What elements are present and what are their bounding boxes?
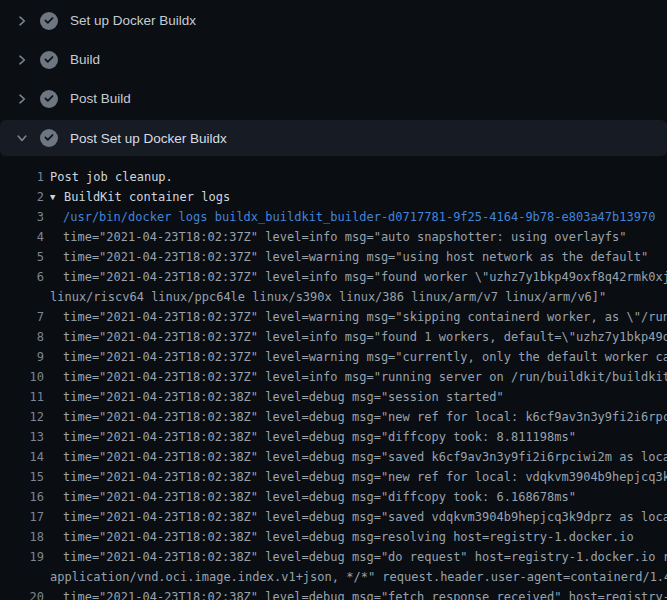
log-line-text: time="2021-04-23T18:02:37Z" level=warnin… (50, 247, 648, 267)
log-line-number[interactable]: 16 (0, 487, 44, 507)
log-line-text: ▼BuildKit container logs (50, 187, 230, 207)
log-line-number[interactable]: 20 (0, 587, 44, 600)
log-line-text: time="2021-04-23T18:02:38Z" level=debug … (50, 507, 667, 527)
log-line: 8 time="2021-04-23T18:02:37Z" level=info… (0, 327, 667, 347)
log-line: 10 time="2021-04-23T18:02:37Z" level=inf… (0, 367, 667, 387)
log-line: 17 time="2021-04-23T18:02:38Z" level=deb… (0, 507, 667, 527)
log-line: application/vnd.oci.image.index.v1+json,… (0, 567, 667, 587)
log-line-text: time="2021-04-23T18:02:38Z" level=debug … (50, 487, 576, 507)
log-line-text: time="2021-04-23T18:02:38Z" level=debug … (50, 467, 667, 487)
log-line-number[interactable]: 4 (0, 227, 44, 247)
check-circle-icon (40, 129, 58, 147)
log-line-number[interactable]: 10 (0, 367, 44, 387)
log-area: 1 Post job cleanup. 2 ▼BuildKit containe… (0, 156, 667, 600)
log-line-text: time="2021-04-23T18:02:38Z" level=debug … (50, 527, 634, 547)
log-line-number[interactable] (0, 287, 44, 307)
check-circle-icon (40, 51, 58, 69)
step-label: Post Build (70, 91, 131, 106)
log-line: 12 time="2021-04-23T18:02:38Z" level=deb… (0, 407, 667, 427)
log-line: 18 time="2021-04-23T18:02:38Z" level=deb… (0, 527, 667, 547)
log-line: 19 time="2021-04-23T18:02:38Z" level=deb… (0, 547, 667, 567)
log-line: 4 time="2021-04-23T18:02:37Z" level=info… (0, 227, 667, 247)
log-line-number[interactable]: 6 (0, 267, 44, 287)
log-line: 1 Post job cleanup. (0, 167, 667, 187)
log-line: 16 time="2021-04-23T18:02:38Z" level=deb… (0, 487, 667, 507)
log-line-number[interactable]: 11 (0, 387, 44, 407)
log-line-number[interactable]: 18 (0, 527, 44, 547)
step-row-post-build[interactable]: Post Build (0, 79, 667, 118)
log-line-number[interactable]: 1 (0, 167, 44, 187)
step-row-set-up-docker-buildx[interactable]: Set up Docker Buildx (0, 1, 667, 40)
log-line-number[interactable]: 2 (0, 187, 44, 207)
chevron-down-icon[interactable] (14, 130, 30, 146)
log-line: 15 time="2021-04-23T18:02:38Z" level=deb… (0, 467, 667, 487)
step-label: Set up Docker Buildx (70, 13, 196, 28)
log-line-number[interactable]: 7 (0, 307, 44, 327)
chevron-right-icon[interactable] (14, 52, 30, 68)
log-line-text: application/vnd.oci.image.index.v1+json,… (50, 567, 667, 587)
check-circle-icon (40, 90, 58, 108)
log-line-text: time="2021-04-23T18:02:37Z" level=warnin… (50, 347, 667, 367)
log-line-text: time="2021-04-23T18:02:38Z" level=debug … (50, 447, 667, 467)
log-line: 5 time="2021-04-23T18:02:37Z" level=warn… (0, 247, 667, 267)
log-line: 13 time="2021-04-23T18:02:38Z" level=deb… (0, 427, 667, 447)
log-line: 6 time="2021-04-23T18:02:37Z" level=info… (0, 267, 667, 287)
collapse-triangle-icon[interactable]: ▼ (50, 187, 64, 207)
log-line-text: time="2021-04-23T18:02:38Z" level=debug … (50, 427, 576, 447)
steps-list: Set up Docker Buildx Build Post Build (0, 0, 667, 156)
log-line: 3 /usr/bin/docker logs buildx_buildkit_b… (0, 207, 667, 227)
log-line-text: time="2021-04-23T18:02:37Z" level=info m… (50, 367, 667, 387)
log-line: 2 ▼BuildKit container logs (0, 187, 667, 207)
step-label: Post Set up Docker Buildx (70, 131, 227, 146)
log-line: 9 time="2021-04-23T18:02:37Z" level=warn… (0, 347, 667, 367)
step-label: Build (70, 52, 100, 67)
log-line-number[interactable]: 13 (0, 427, 44, 447)
log-line-text: /usr/bin/docker logs buildx_buildkit_bui… (50, 207, 655, 227)
log-line-number[interactable]: 3 (0, 207, 44, 227)
check-circle-icon (40, 12, 58, 30)
log-line-text: Post job cleanup. (50, 167, 173, 187)
workflow-log-viewer: Set up Docker Buildx Build Post Build (0, 0, 667, 600)
log-line: 14 time="2021-04-23T18:02:38Z" level=deb… (0, 447, 667, 467)
log-line-number[interactable]: 14 (0, 447, 44, 467)
log-line-number[interactable] (0, 567, 44, 587)
log-line-number[interactable]: 9 (0, 347, 44, 367)
log-line-number[interactable]: 19 (0, 547, 44, 567)
log-line-text: time="2021-04-23T18:02:38Z" level=debug … (50, 407, 667, 427)
log-line-text: time="2021-04-23T18:02:38Z" level=debug … (50, 547, 667, 567)
step-row-post-set-up-docker-buildx[interactable]: Post Set up Docker Buildx (0, 120, 667, 156)
log-line-number[interactable]: 5 (0, 247, 44, 267)
log-line-text: time="2021-04-23T18:02:38Z" level=debug … (50, 587, 667, 600)
log-line-number[interactable]: 15 (0, 467, 44, 487)
log-line-text: time="2021-04-23T18:02:37Z" level=warnin… (50, 307, 667, 327)
log-line-text: time="2021-04-23T18:02:38Z" level=debug … (50, 387, 504, 407)
log-line-text: time="2021-04-23T18:02:37Z" level=info m… (50, 267, 667, 287)
log-line: 20 time="2021-04-23T18:02:38Z" level=deb… (0, 587, 667, 600)
log-line: linux/riscv64 linux/ppc64le linux/s390x … (0, 287, 667, 307)
log-line-text: time="2021-04-23T18:02:37Z" level=info m… (50, 327, 667, 347)
log-line-number[interactable]: 17 (0, 507, 44, 527)
log-line-number[interactable]: 12 (0, 407, 44, 427)
log-line-number[interactable]: 8 (0, 327, 44, 347)
log-line-text: linux/riscv64 linux/ppc64le linux/s390x … (50, 287, 606, 307)
chevron-right-icon[interactable] (14, 91, 30, 107)
log-line: 7 time="2021-04-23T18:02:37Z" level=warn… (0, 307, 667, 327)
step-row-build[interactable]: Build (0, 40, 667, 79)
log-line-text: time="2021-04-23T18:02:37Z" level=info m… (50, 227, 627, 247)
chevron-right-icon[interactable] (14, 13, 30, 29)
log-line: 11 time="2021-04-23T18:02:38Z" level=deb… (0, 387, 667, 407)
